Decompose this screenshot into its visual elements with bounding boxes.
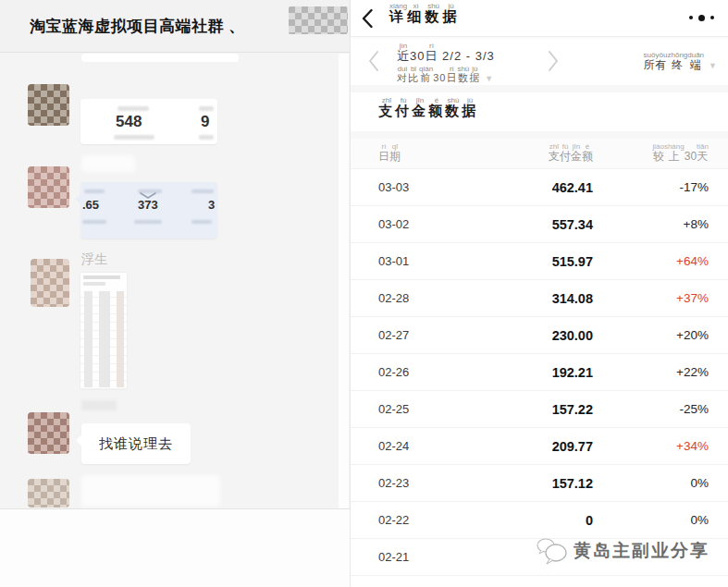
chat-text-bubble[interactable]: 找谁说理去	[81, 423, 191, 464]
table-row: 03-03 462.41 -17%	[351, 169, 728, 206]
stat-value: 373	[138, 198, 158, 212]
row-date: 02-25	[378, 402, 436, 416]
chat-image-stats-card-blue[interactable]: .65 373 3	[80, 182, 217, 238]
range-label: 近jìn30 日rì 2/2 - 3/3	[397, 42, 495, 65]
avatar[interactable]	[28, 84, 69, 126]
range-dropdown[interactable]: 近jìn30 日rì 2/2 - 3/3 对duì比bǐ前qián30 日rì数…	[397, 42, 495, 85]
row-amount: 557.34	[436, 217, 593, 232]
table-row: 02-24 209.77 +34%	[351, 428, 728, 465]
dropdown-caret-icon: ▼	[485, 74, 494, 83]
table-row: 03-01 515.97 +64%	[351, 243, 728, 280]
blurred-label	[134, 220, 162, 224]
row-date: 02-23	[378, 476, 436, 490]
blurred-label	[114, 135, 154, 140]
terminal-dropdown[interactable]: 所suǒ有yǒu终zhōng端duān▼	[643, 51, 718, 73]
blurred-content	[81, 155, 135, 172]
chat-scrollbar-track[interactable]	[339, 54, 349, 508]
chat-message-text: 找谁说理去	[99, 435, 173, 453]
stat-value: 548	[116, 113, 142, 131]
table-row: 03-02 557.34 +8%	[351, 206, 728, 243]
stats-panel: 详xiáng细xì数shù据jù 近jìn30 日rì 2/2 - 3/3 对d…	[350, 0, 728, 587]
row-amount: 515.97	[436, 254, 593, 269]
blurred-label	[191, 220, 212, 224]
blurred-message	[81, 475, 220, 507]
dropdown-caret-icon: ▼	[709, 61, 718, 70]
row-date: 02-22	[378, 513, 436, 527]
chat-input-toolbar: ▾	[0, 508, 350, 587]
row-change: +37%	[593, 291, 709, 305]
row-change: +20%	[593, 328, 709, 342]
table-row: 02-23 157.12 0%	[351, 465, 728, 502]
row-amount: 157.22	[436, 402, 593, 417]
row-change: +22%	[593, 365, 709, 379]
row-change: +34%	[593, 439, 709, 453]
app-window: 淘宝蓝海虚拟项目高端社群 、 548 9	[0, 0, 728, 587]
avatar[interactable]	[31, 259, 69, 307]
compare-label: 对duì比bǐ前qián30 日rì数shù据jù▼	[397, 65, 495, 85]
table-body: 03-03 462.41 -17% 03-02 557.34 +8% 03-01…	[351, 169, 728, 576]
table-row: 02-28 314.08 +37%	[351, 280, 728, 317]
row-change: +8%	[593, 217, 709, 231]
blurred-label	[84, 190, 105, 193]
sender-name[interactable]: 浮生	[81, 251, 107, 268]
next-chevron-icon[interactable]	[547, 49, 561, 73]
back-chevron-icon[interactable]	[362, 8, 376, 29]
row-change: -17%	[593, 180, 709, 194]
stat-value-partial: 9	[201, 113, 209, 131]
row-date: 03-03	[378, 180, 436, 194]
bubble-tail	[76, 434, 88, 446]
row-date: 02-26	[378, 365, 436, 379]
chat-image-table-screenshot[interactable]	[80, 272, 128, 390]
row-amount: 192.21	[436, 365, 593, 380]
row-amount: 157.12	[436, 476, 593, 491]
row-change: 0%	[593, 476, 709, 490]
stat-value: .65	[82, 198, 99, 212]
avatar[interactable]	[28, 479, 69, 508]
table-row: 02-22 0 0%	[351, 502, 728, 539]
terminal-label: 所suǒ有yǒu终zhōng端duān	[643, 58, 704, 71]
collapse-chevron-icon[interactable]	[140, 192, 156, 199]
chat-group-title: 淘宝蓝海虚拟项目高端社群 、	[30, 16, 245, 37]
blurred-label	[199, 135, 214, 140]
row-amount: 314.08	[436, 291, 593, 306]
avatar[interactable]	[28, 166, 69, 208]
table-header-row: 日rì期qī 支zhī付fù金jīn额é 较jiào上shàng30 天tiān	[351, 139, 728, 169]
more-dots-icon[interactable]	[689, 0, 714, 35]
blurred-label	[191, 190, 214, 193]
blurred-label	[199, 106, 214, 111]
row-date: 03-02	[378, 217, 436, 231]
row-amount: 230.00	[436, 328, 593, 343]
stats-header: 详xiáng细xì数shù据jù	[351, 0, 728, 37]
row-date: 02-24	[378, 439, 436, 453]
blurred-label	[83, 275, 120, 279]
stat-value: 3	[208, 198, 215, 212]
row-amount: 462.41	[436, 180, 593, 195]
column-header-change: 较jiào上shàng30 天tiān	[593, 142, 709, 165]
separator	[351, 85, 728, 92]
page-title: 详xiáng细xì数shù据jù	[389, 2, 460, 26]
row-date: 02-27	[378, 328, 436, 342]
chat-image-stats-card[interactable]: 548 9	[80, 99, 217, 144]
column-header-date: 日rì期qī	[378, 142, 436, 165]
row-change: +64%	[593, 254, 709, 268]
avatar[interactable]	[28, 412, 69, 454]
separator	[351, 131, 728, 139]
table-row: 02-21	[351, 539, 728, 576]
prev-chevron-icon[interactable]	[367, 49, 382, 73]
section-title: 支zhī付fù金jīn额é数shù据jù	[378, 96, 478, 120]
blurred-label	[83, 282, 105, 286]
blurred-label	[117, 106, 149, 111]
chat-message-area: 548 9 .65 373 3	[0, 54, 350, 508]
blurred-label	[82, 220, 106, 224]
row-date: 03-01	[378, 254, 436, 268]
column-header-amount: 支zhī付fù金jīn额é	[436, 142, 593, 165]
table-row: 02-26 192.21 +22%	[351, 354, 728, 391]
row-amount: 0	[436, 513, 593, 528]
row-date: 02-28	[378, 291, 436, 305]
row-date: 02-21	[378, 550, 436, 564]
chat-panel: 淘宝蓝海虚拟项目高端社群 、 548 9	[0, 0, 350, 587]
redacted-title-mosaic	[289, 6, 348, 34]
table-row: 02-25 157.22 -25%	[351, 391, 728, 428]
row-change: 0%	[593, 513, 709, 527]
row-amount: 209.77	[436, 439, 593, 454]
